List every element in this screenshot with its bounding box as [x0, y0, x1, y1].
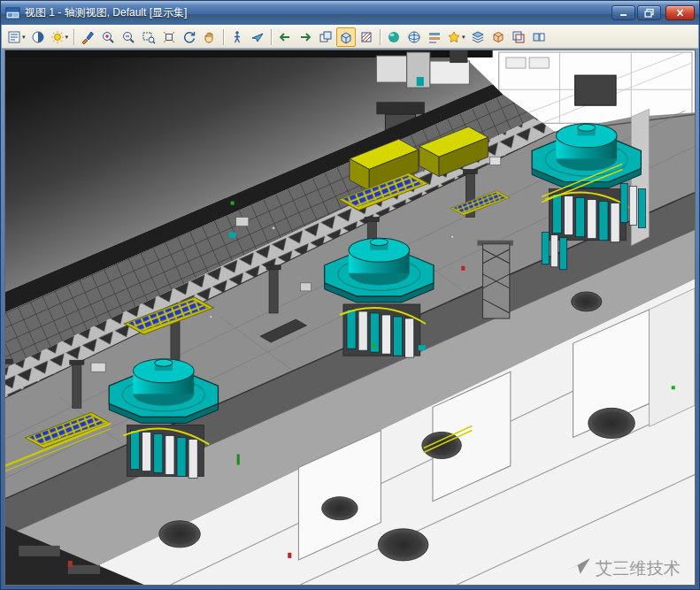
lattice-tower: [477, 241, 512, 318]
toolbar-separator: [271, 29, 272, 45]
toolbar-button-models[interactable]: [488, 27, 508, 47]
toolbar-button-display-rules[interactable]: [425, 27, 444, 47]
toolbar-button-walk[interactable]: [227, 27, 247, 47]
toolbar-button-references[interactable]: [509, 27, 528, 47]
toolbar-button-update-view[interactable]: [78, 27, 97, 47]
close-icon: [674, 8, 686, 18]
watermark-text: 艾三维技术: [596, 559, 681, 578]
toolbar-button-view-attributes[interactable]: ▾: [5, 27, 27, 47]
toolbar-button-view-display-mode[interactable]: [28, 27, 48, 47]
toolbar-button-window-area[interactable]: [139, 27, 158, 47]
toolbar-button-saved-views[interactable]: ▾: [445, 27, 467, 47]
toolbar-button-rotate-view[interactable]: [180, 27, 199, 47]
view-window: 视图 1 - 轴测视图, Default [显示集] ▾ ▾: [0, 0, 700, 590]
dropdown-arrow-icon[interactable]: ▾: [21, 34, 26, 40]
toolbar-button-level-display[interactable]: [468, 27, 488, 47]
close-button[interactable]: [665, 5, 695, 20]
toolbar-button-clip-volume[interactable]: [336, 27, 356, 47]
minimize-icon: [618, 8, 629, 18]
toolbar-separator: [380, 29, 381, 45]
minimize-button[interactable]: [612, 5, 635, 20]
toolbar-button-fly[interactable]: [248, 27, 267, 47]
toolbar-button-pan-view[interactable]: [200, 27, 219, 47]
toolbar-button-view-groups[interactable]: [529, 27, 549, 47]
toolbar-button-fit-view[interactable]: [159, 27, 179, 47]
dropdown-arrow-icon[interactable]: ▾: [65, 34, 69, 40]
toolbar-separator: [223, 29, 224, 45]
window-title: 视图 1 - 轴测视图, Default [显示集]: [25, 5, 607, 20]
titlebar[interactable]: 视图 1 - 轴测视图, Default [显示集]: [1, 1, 699, 25]
dropdown-arrow-icon[interactable]: ▾: [461, 34, 465, 40]
toolbar-button-zoom-in[interactable]: [98, 27, 118, 47]
viewport[interactable]: 艾三维技术: [4, 50, 696, 586]
view-toolbar: ▾ ▾ ▾: [2, 25, 698, 49]
toolbar-button-clip-mask[interactable]: [357, 27, 376, 47]
toolbar-button-adjust-view-brightness[interactable]: ▾: [49, 27, 71, 47]
toolbar-separator: [73, 29, 74, 45]
toolbar-button-render-view[interactable]: [384, 27, 404, 47]
restore-icon: [643, 8, 655, 18]
toolbar-button-view-next[interactable]: [296, 27, 315, 47]
toolbar-button-copy-view[interactable]: [316, 27, 335, 47]
toolbar-button-view-previous[interactable]: [275, 27, 295, 47]
maximize-button[interactable]: [637, 5, 661, 20]
toolbar-button-navigate-view[interactable]: [404, 27, 424, 47]
view-window-icon: [5, 6, 20, 20]
window-controls: [612, 5, 695, 20]
viewport-3d-view[interactable]: 艾三维技术: [5, 50, 695, 585]
toolbar-button-zoom-out[interactable]: [119, 27, 138, 47]
